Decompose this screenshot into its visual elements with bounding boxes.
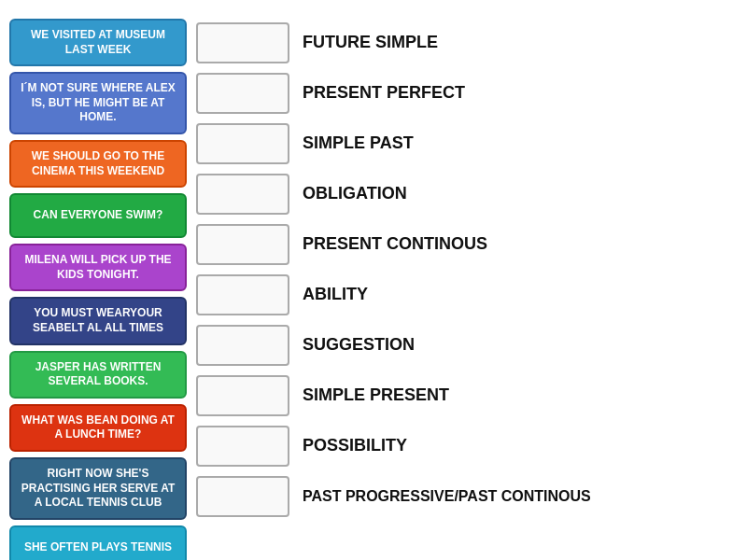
match-row-8: SIMPLE PRESENT — [196, 373, 738, 418]
match-label-9: POSSIBILITY — [303, 435, 407, 456]
drag-item-1[interactable]: WE VISITED AT MUSEUM LAST WEEK — [9, 19, 187, 66]
drop-box-5[interactable] — [196, 224, 289, 265]
drag-item-6[interactable]: YOU MUST WEARYOUR SEABELT AL ALL TIMES — [9, 297, 187, 344]
match-label-8: SIMPLE PRESENT — [303, 385, 449, 406]
drop-box-10[interactable] — [196, 476, 289, 517]
drag-item-2[interactable]: I´M NOT SURE WHERE ALEX IS, BUT HE MIGHT… — [9, 72, 187, 134]
drag-item-7[interactable]: JASPER HAS WRITTEN SEVERAL BOOKS. — [9, 351, 187, 399]
match-label-3: SIMPLE PAST — [303, 133, 414, 154]
drop-box-7[interactable] — [196, 325, 289, 366]
left-drag-column: WE VISITED AT MUSEUM LAST WEEKI´M NOT SU… — [9, 19, 187, 560]
match-row-3: SIMPLE PAST — [196, 121, 738, 166]
drag-item-8[interactable]: WHAT WAS BEAN DOING AT A LUNCH TIME? — [9, 404, 187, 452]
drag-item-3[interactable]: WE SHOULD GO TO THE CINEMA THIS WEEKEND — [9, 140, 187, 188]
drag-item-10[interactable]: SHE OFTEN PLAYS TENNIS — [9, 525, 187, 560]
match-row-5: PRESENT CONTINOUS — [196, 222, 738, 267]
drop-box-6[interactable] — [196, 274, 289, 315]
drop-box-2[interactable] — [196, 73, 289, 114]
drop-box-3[interactable] — [196, 123, 289, 164]
drop-box-1[interactable] — [196, 22, 289, 63]
drag-item-5[interactable]: MILENA WILL PICK UP THE KIDS TONIGHT. — [9, 244, 187, 291]
match-row-10: PAST PROGRESSIVE/PAST CONTINOUS — [196, 474, 738, 519]
match-label-10: PAST PROGRESSIVE/PAST CONTINOUS — [303, 487, 591, 507]
match-row-1: FUTURE SIMPLE — [196, 21, 738, 65]
drop-box-4[interactable] — [196, 174, 289, 215]
match-row-6: ABILITY — [196, 273, 738, 317]
match-label-6: ABILITY — [303, 284, 368, 305]
right-match-column: FUTURE SIMPLEPRESENT PERFECTSIMPLE PASTO… — [196, 19, 738, 560]
match-row-7: SUGGESTION — [196, 323, 738, 368]
match-label-5: PRESENT CONTINOUS — [303, 233, 487, 255]
match-row-4: OBLIGATION — [196, 172, 738, 217]
drop-box-9[interactable] — [196, 426, 289, 467]
match-label-2: PRESENT PERFECT — [303, 82, 465, 104]
match-label-1: FUTURE SIMPLE — [303, 32, 438, 53]
match-row-2: PRESENT PERFECT — [196, 71, 738, 116]
match-label-4: OBLIGATION — [303, 183, 407, 204]
match-label-7: SUGGESTION — [303, 334, 415, 356]
match-row-9: POSSIBILITY — [196, 424, 738, 469]
drag-item-4[interactable]: CAN EVERYONE SWIM? — [9, 193, 187, 238]
drag-item-9[interactable]: RIGHT NOW SHE'S PRACTISING HER SERVE AT … — [9, 457, 187, 520]
drop-box-8[interactable] — [196, 375, 289, 416]
